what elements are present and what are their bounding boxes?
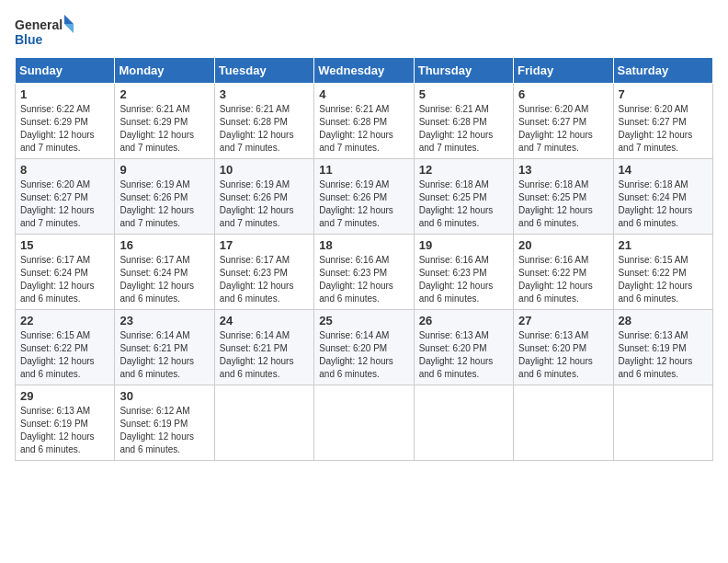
weekday-header-saturday: Saturday	[613, 58, 712, 84]
weekday-header-tuesday: Tuesday	[214, 58, 313, 84]
day-info: Sunrise: 6:16 AMSunset: 6:22 PMDaylight:…	[518, 254, 608, 305]
calendar-cell: 28Sunrise: 6:13 AMSunset: 6:19 PMDayligh…	[613, 310, 712, 385]
day-info: Sunrise: 6:21 AMSunset: 6:28 PMDaylight:…	[319, 103, 408, 155]
day-info: Sunrise: 6:22 AMSunset: 6:29 PMDaylight:…	[20, 103, 109, 155]
day-info: Sunrise: 6:13 AMSunset: 6:20 PMDaylight:…	[419, 329, 508, 381]
calendar-cell: 18Sunrise: 6:16 AMSunset: 6:23 PMDayligh…	[314, 235, 414, 310]
day-info: Sunrise: 6:18 AMSunset: 6:25 PMDaylight:…	[518, 178, 608, 230]
day-info: Sunrise: 6:17 AMSunset: 6:23 PMDaylight:…	[220, 254, 309, 305]
day-info: Sunrise: 6:20 AMSunset: 6:27 PMDaylight:…	[619, 103, 708, 155]
calendar-cell	[314, 385, 414, 461]
day-number: 11	[319, 163, 408, 177]
calendar-cell: 30Sunrise: 6:12 AMSunset: 6:19 PMDayligh…	[115, 385, 214, 461]
day-number: 19	[419, 238, 508, 252]
day-number: 23	[119, 314, 209, 327]
header: GeneralBlue	[15, 15, 713, 48]
calendar-cell: 26Sunrise: 6:13 AMSunset: 6:20 PMDayligh…	[414, 310, 513, 385]
calendar-cell: 22Sunrise: 6:15 AMSunset: 6:22 PMDayligh…	[16, 310, 115, 385]
calendar-cell	[514, 385, 613, 461]
calendar-cell: 12Sunrise: 6:18 AMSunset: 6:25 PMDayligh…	[414, 159, 513, 235]
calendar-cell: 23Sunrise: 6:14 AMSunset: 6:21 PMDayligh…	[115, 310, 214, 385]
day-number: 17	[220, 238, 309, 252]
day-info: Sunrise: 6:14 AMSunset: 6:21 PMDaylight:…	[119, 329, 209, 381]
weekday-header-friday: Friday	[514, 58, 613, 84]
day-number: 27	[518, 314, 608, 327]
day-info: Sunrise: 6:15 AMSunset: 6:22 PMDaylight:…	[619, 254, 708, 305]
calendar-cell: 5Sunrise: 6:21 AMSunset: 6:28 PMDaylight…	[414, 84, 513, 159]
day-number: 30	[119, 389, 209, 403]
day-number: 16	[119, 238, 209, 252]
calendar-cell: 14Sunrise: 6:18 AMSunset: 6:24 PMDayligh…	[613, 159, 712, 235]
day-number: 15	[20, 238, 109, 252]
day-info: Sunrise: 6:14 AMSunset: 6:20 PMDaylight:…	[319, 329, 408, 381]
calendar-cell: 1Sunrise: 6:22 AMSunset: 6:29 PMDaylight…	[16, 84, 115, 159]
day-info: Sunrise: 6:18 AMSunset: 6:25 PMDaylight:…	[419, 178, 508, 230]
day-info: Sunrise: 6:13 AMSunset: 6:19 PMDaylight:…	[20, 405, 109, 456]
calendar-week-row: 8Sunrise: 6:20 AMSunset: 6:27 PMDaylight…	[16, 159, 713, 235]
weekday-header-wednesday: Wednesday	[314, 58, 414, 84]
day-number: 1	[20, 87, 109, 101]
day-number: 5	[419, 87, 508, 101]
day-info: Sunrise: 6:21 AMSunset: 6:28 PMDaylight:…	[220, 103, 309, 155]
day-number: 25	[319, 314, 408, 327]
day-number: 18	[319, 238, 408, 252]
day-number: 20	[518, 238, 608, 252]
calendar-cell: 9Sunrise: 6:19 AMSunset: 6:26 PMDaylight…	[115, 159, 214, 235]
day-info: Sunrise: 6:14 AMSunset: 6:21 PMDaylight:…	[220, 329, 309, 381]
calendar-cell: 7Sunrise: 6:20 AMSunset: 6:27 PMDaylight…	[613, 84, 712, 159]
calendar-cell: 17Sunrise: 6:17 AMSunset: 6:23 PMDayligh…	[214, 235, 313, 310]
calendar-cell: 25Sunrise: 6:14 AMSunset: 6:20 PMDayligh…	[314, 310, 414, 385]
svg-marker-3	[64, 24, 74, 33]
calendar-cell: 4Sunrise: 6:21 AMSunset: 6:28 PMDaylight…	[314, 84, 414, 159]
calendar-body: 1Sunrise: 6:22 AMSunset: 6:29 PMDaylight…	[16, 84, 713, 461]
day-info: Sunrise: 6:21 AMSunset: 6:28 PMDaylight:…	[419, 103, 508, 155]
day-info: Sunrise: 6:21 AMSunset: 6:29 PMDaylight:…	[119, 103, 209, 155]
day-info: Sunrise: 6:18 AMSunset: 6:24 PMDaylight:…	[619, 178, 708, 230]
svg-marker-2	[64, 15, 74, 24]
calendar-cell	[613, 385, 712, 461]
day-number: 10	[220, 163, 309, 177]
calendar-cell: 13Sunrise: 6:18 AMSunset: 6:25 PMDayligh…	[514, 159, 613, 235]
day-number: 7	[619, 87, 708, 101]
day-info: Sunrise: 6:17 AMSunset: 6:24 PMDaylight:…	[119, 254, 209, 305]
calendar-header-row: SundayMondayTuesdayWednesdayThursdayFrid…	[16, 58, 713, 84]
day-info: Sunrise: 6:17 AMSunset: 6:24 PMDaylight:…	[20, 254, 109, 305]
day-info: Sunrise: 6:16 AMSunset: 6:23 PMDaylight:…	[319, 254, 408, 305]
day-number: 8	[20, 163, 109, 177]
day-number: 12	[419, 163, 508, 177]
day-number: 3	[220, 87, 309, 101]
calendar-cell: 16Sunrise: 6:17 AMSunset: 6:24 PMDayligh…	[115, 235, 214, 310]
weekday-header-monday: Monday	[115, 58, 214, 84]
day-info: Sunrise: 6:19 AMSunset: 6:26 PMDaylight:…	[220, 178, 309, 230]
day-number: 24	[220, 314, 309, 327]
weekday-header-thursday: Thursday	[414, 58, 513, 84]
calendar-cell: 3Sunrise: 6:21 AMSunset: 6:28 PMDaylight…	[214, 84, 313, 159]
svg-text:Blue: Blue	[15, 32, 43, 47]
day-number: 26	[419, 314, 508, 327]
calendar-cell: 8Sunrise: 6:20 AMSunset: 6:27 PMDaylight…	[16, 159, 115, 235]
day-info: Sunrise: 6:20 AMSunset: 6:27 PMDaylight:…	[518, 103, 608, 155]
day-number: 4	[319, 87, 408, 101]
calendar-cell: 29Sunrise: 6:13 AMSunset: 6:19 PMDayligh…	[16, 385, 115, 461]
day-info: Sunrise: 6:15 AMSunset: 6:22 PMDaylight:…	[20, 329, 109, 381]
day-info: Sunrise: 6:19 AMSunset: 6:26 PMDaylight:…	[119, 178, 209, 230]
day-info: Sunrise: 6:13 AMSunset: 6:20 PMDaylight:…	[518, 329, 608, 381]
day-info: Sunrise: 6:20 AMSunset: 6:27 PMDaylight:…	[20, 178, 109, 230]
day-number: 6	[518, 87, 608, 101]
logo: GeneralBlue	[15, 15, 79, 48]
calendar-cell	[214, 385, 313, 461]
day-number: 13	[518, 163, 608, 177]
day-number: 28	[619, 314, 708, 327]
svg-text:General: General	[15, 17, 63, 32]
day-info: Sunrise: 6:13 AMSunset: 6:19 PMDaylight:…	[619, 329, 708, 381]
calendar-cell: 21Sunrise: 6:15 AMSunset: 6:22 PMDayligh…	[613, 235, 712, 310]
day-info: Sunrise: 6:19 AMSunset: 6:26 PMDaylight:…	[319, 178, 408, 230]
day-number: 21	[619, 238, 708, 252]
logo-icon: GeneralBlue	[15, 15, 79, 48]
calendar-table: SundayMondayTuesdayWednesdayThursdayFrid…	[15, 57, 713, 461]
calendar-cell: 15Sunrise: 6:17 AMSunset: 6:24 PMDayligh…	[16, 235, 115, 310]
day-number: 29	[20, 389, 109, 403]
calendar-week-row: 29Sunrise: 6:13 AMSunset: 6:19 PMDayligh…	[16, 385, 713, 461]
day-info: Sunrise: 6:16 AMSunset: 6:23 PMDaylight:…	[419, 254, 508, 305]
calendar-cell: 2Sunrise: 6:21 AMSunset: 6:29 PMDaylight…	[115, 84, 214, 159]
